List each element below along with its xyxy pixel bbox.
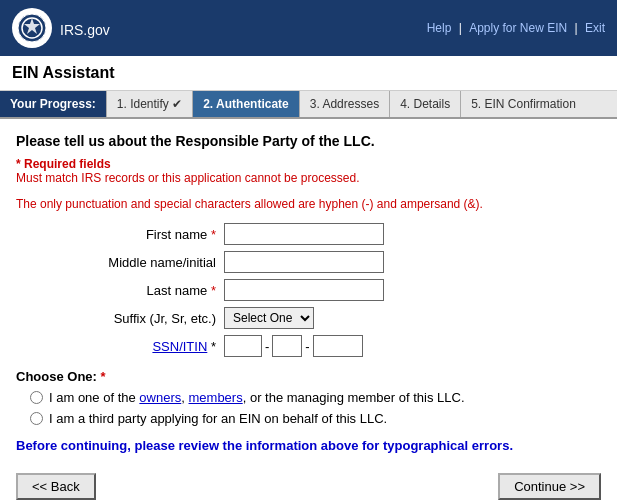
suffix-label: Suffix (Jr, Sr, etc.) bbox=[76, 311, 216, 326]
middle-name-input[interactable] bbox=[224, 251, 384, 273]
logo-area: IRS.gov bbox=[12, 8, 110, 48]
irs-title: IRS.gov bbox=[60, 15, 110, 41]
page-header: IRS.gov Help | Apply for New EIN | Exit bbox=[0, 0, 617, 56]
last-name-label: Last name * bbox=[76, 283, 216, 298]
step-ein-confirmation[interactable]: 5. EIN Confirmation bbox=[460, 91, 586, 117]
title-bar: EIN Assistant bbox=[0, 56, 617, 91]
main-content: Please tell us about the Responsible Par… bbox=[0, 119, 617, 500]
first-name-label: First name * bbox=[76, 227, 216, 242]
radio-option-1-label: I am one of the owners, members, or the … bbox=[49, 390, 465, 405]
radio-option-2: I am a third party applying for an EIN o… bbox=[30, 411, 601, 426]
progress-bar: Your Progress: 1. Identify ✔ 2. Authenti… bbox=[0, 91, 617, 119]
header-links: Help | Apply for New EIN | Exit bbox=[427, 21, 605, 35]
form-fields: First name * Middle name/initial Last na… bbox=[76, 223, 601, 357]
step-addresses[interactable]: 3. Addresses bbox=[299, 91, 389, 117]
match-note-2: The only punctuation and special charact… bbox=[16, 197, 601, 211]
suffix-select[interactable]: Select One Jr Sr II III IV V bbox=[224, 307, 314, 329]
last-name-input[interactable] bbox=[224, 279, 384, 301]
radio-third-party[interactable] bbox=[30, 412, 43, 425]
owners-link[interactable]: owners bbox=[139, 390, 181, 405]
ssn-part1-input[interactable] bbox=[224, 335, 262, 357]
radio-option-1: I am one of the owners, members, or the … bbox=[30, 390, 601, 405]
middle-name-label: Middle name/initial bbox=[76, 255, 216, 270]
radio-option-2-label: I am a third party applying for an EIN o… bbox=[49, 411, 387, 426]
progress-label: Your Progress: bbox=[0, 91, 106, 117]
match-note-1: Must match IRS records or this applicati… bbox=[16, 171, 601, 185]
ssn-row: SSN/ITIN * - - bbox=[76, 335, 601, 357]
back-button[interactable]: << Back bbox=[16, 473, 96, 500]
step-identify[interactable]: 1. Identify ✔ bbox=[106, 91, 192, 117]
first-name-row: First name * bbox=[76, 223, 601, 245]
ssn-part3-input[interactable] bbox=[313, 335, 363, 357]
last-name-row: Last name * bbox=[76, 279, 601, 301]
continue-button[interactable]: Continue >> bbox=[498, 473, 601, 500]
form-heading: Please tell us about the Responsible Par… bbox=[16, 133, 601, 149]
choose-one-section: Choose One: * I am one of the owners, me… bbox=[16, 369, 601, 426]
required-note: * Required fields bbox=[16, 157, 601, 171]
members-link[interactable]: members bbox=[189, 390, 243, 405]
ssn-label: SSN/ITIN * bbox=[76, 339, 216, 354]
irs-emblem bbox=[12, 8, 52, 48]
radio-owners-members[interactable] bbox=[30, 391, 43, 404]
ssn-link[interactable]: SSN/ITIN bbox=[152, 339, 207, 354]
warning-message: Before continuing, please review the inf… bbox=[16, 438, 601, 453]
step-details[interactable]: 4. Details bbox=[389, 91, 460, 117]
choose-one-label: Choose One: * bbox=[16, 369, 601, 384]
step-authenticate[interactable]: 2. Authenticate bbox=[192, 91, 299, 117]
apply-ein-link[interactable]: Apply for New EIN bbox=[469, 21, 567, 35]
button-row: << Back Continue >> bbox=[16, 469, 601, 500]
first-name-input[interactable] bbox=[224, 223, 384, 245]
help-link[interactable]: Help bbox=[427, 21, 452, 35]
exit-link[interactable]: Exit bbox=[585, 21, 605, 35]
suffix-row: Suffix (Jr, Sr, etc.) Select One Jr Sr I… bbox=[76, 307, 601, 329]
page-title: EIN Assistant bbox=[12, 64, 605, 82]
ssn-fields: - - bbox=[224, 335, 363, 357]
ssn-part2-input[interactable] bbox=[272, 335, 302, 357]
middle-name-row: Middle name/initial bbox=[76, 251, 601, 273]
